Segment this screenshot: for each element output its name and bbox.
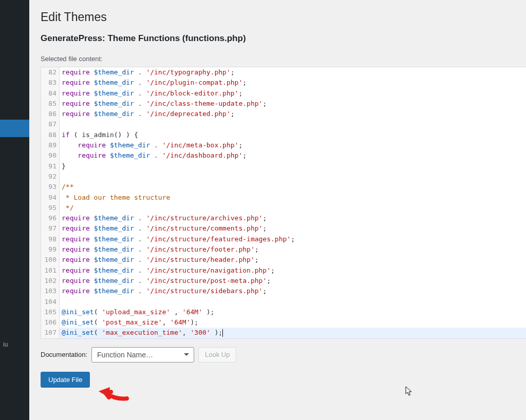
line-code[interactable]: require $theme_dir . '/inc/structure/hea… [60,255,259,265]
line-code[interactable]: @ini_set( 'max_execution_time', '300' ); [60,328,526,338]
code-line[interactable]: 83require $theme_dir . '/inc/plugin-comp… [41,78,526,88]
code-line[interactable]: 87 [41,119,526,129]
code-line[interactable]: 90 require $theme_dir . '/inc/dashboard.… [41,150,526,161]
code-line[interactable]: 89 require $theme_dir . '/inc/meta-box.p… [41,140,526,150]
code-line[interactable]: 94 * Load our theme structure [41,193,526,203]
line-code[interactable]: if ( is_admin() ) { [60,130,138,140]
admin-sidebar[interactable]: iu [0,0,29,420]
line-number: 100 [41,255,60,265]
code-line[interactable]: 95 */ [41,203,526,213]
line-code[interactable]: require $theme_dir . '/inc/structure/foo… [60,244,259,255]
line-code[interactable]: require $theme_dir . '/inc/plugin-compat… [60,78,247,88]
line-code[interactable] [60,171,62,182]
lookup-button[interactable]: Look Up [198,347,236,362]
code-line[interactable]: 102require $theme_dir . '/inc/structure/… [41,276,526,286]
line-number: 88 [41,130,60,140]
line-code[interactable]: require $theme_dir . '/inc/structure/fea… [60,234,295,244]
documentation-select[interactable]: Function Name… [91,347,194,362]
line-number: 97 [41,223,60,234]
code-line[interactable]: 85require $theme_dir . '/inc/class-theme… [41,99,526,109]
code-line[interactable]: 88if ( is_admin() ) { [41,130,526,140]
line-number: 87 [41,119,60,129]
line-number: 104 [41,297,60,307]
line-number: 90 [41,150,60,161]
line-number: 94 [41,193,60,203]
line-code[interactable] [60,119,62,129]
line-number: 93 [41,182,60,192]
code-line[interactable]: 96require $theme_dir . '/inc/structure/a… [41,213,526,223]
line-code[interactable]: */ [60,203,73,213]
line-number: 86 [41,109,60,119]
line-number: 99 [41,244,60,255]
line-number: 107 [41,328,60,338]
line-number: 89 [41,140,60,150]
code-editor[interactable]: 82require $theme_dir . '/inc/typography.… [41,67,526,339]
code-line[interactable]: 93/** [41,182,526,192]
documentation-label: Documentation: [41,351,87,358]
line-number: 95 [41,203,60,213]
line-code[interactable]: require $theme_dir . '/inc/structure/pos… [60,276,271,286]
line-number: 102 [41,276,60,286]
code-line[interactable]: 98require $theme_dir . '/inc/structure/f… [41,234,526,244]
line-number: 84 [41,88,60,99]
line-code[interactable]: require $theme_dir . '/inc/structure/sid… [60,286,267,296]
line-code[interactable]: require $theme_dir . '/inc/meta-box.php'… [60,140,242,150]
line-code[interactable]: } [60,161,66,171]
line-code[interactable]: require $theme_dir . '/inc/dashboard.php… [60,150,247,161]
line-number: 92 [41,171,60,182]
code-line[interactable]: 100require $theme_dir . '/inc/structure/… [41,255,526,265]
code-line[interactable]: 104 [41,297,526,307]
documentation-row: Documentation: Function Name… Look Up [41,347,526,362]
code-line[interactable]: 103require $theme_dir . '/inc/structure/… [41,286,526,296]
code-line[interactable]: 105@ini_set( 'upload_max_size' , '64M' )… [41,307,526,317]
sidebar-collapse-label: iu [3,341,8,349]
line-number: 101 [41,265,60,276]
line-number: 83 [41,78,60,88]
line-code[interactable]: require $theme_dir . '/inc/structure/com… [60,223,267,234]
selected-file-label: Selected file content: [41,55,526,63]
main-content: Edit Themes GeneratePress: Theme Functio… [29,0,526,420]
line-code[interactable]: @ini_set( 'post_max_size', '64M'); [60,317,198,328]
line-number: 106 [41,317,60,328]
line-code[interactable] [60,297,62,307]
code-line[interactable]: 92 [41,171,526,182]
line-number: 82 [41,67,60,78]
line-code[interactable]: require $theme_dir . '/inc/block-editor.… [60,88,242,99]
line-code[interactable]: @ini_set( 'upload_max_size' , '64M' ); [60,307,214,317]
line-code[interactable]: require $theme_dir . '/inc/deprecated.ph… [60,109,235,119]
code-line[interactable]: 107@ini_set( 'max_execution_time', '300'… [41,328,526,338]
code-line[interactable]: 91} [41,161,526,171]
line-code[interactable]: require $theme_dir . '/inc/structure/arc… [60,213,267,223]
line-number: 85 [41,99,60,109]
line-number: 96 [41,213,60,223]
code-line[interactable]: 106@ini_set( 'post_max_size', '64M'); [41,317,526,328]
code-line[interactable]: 86require $theme_dir . '/inc/deprecated.… [41,109,526,119]
code-line[interactable]: 101require $theme_dir . '/inc/structure/… [41,265,526,276]
sidebar-active-item[interactable] [0,120,29,137]
line-number: 91 [41,161,60,171]
line-code[interactable]: require $theme_dir . '/inc/class-theme-u… [60,99,267,109]
line-number: 98 [41,234,60,244]
page-subtitle: GeneratePress: Theme Functions (function… [41,33,526,44]
code-line[interactable]: 97require $theme_dir . '/inc/structure/c… [41,223,526,234]
line-code[interactable]: * Load our theme structure [60,193,170,203]
line-number: 103 [41,286,60,296]
line-number: 105 [41,307,60,317]
update-file-button[interactable]: Update File [41,372,90,388]
code-line[interactable]: 84require $theme_dir . '/inc/block-edito… [41,88,526,99]
line-code[interactable]: require $theme_dir . '/inc/structure/nav… [60,265,275,276]
code-line[interactable]: 82require $theme_dir . '/inc/typography.… [41,67,526,78]
line-code[interactable]: /** [60,182,73,192]
page-title: Edit Themes [41,10,526,24]
code-line[interactable]: 99require $theme_dir . '/inc/structure/f… [41,244,526,255]
line-code[interactable]: require $theme_dir . '/inc/typography.ph… [60,67,235,78]
